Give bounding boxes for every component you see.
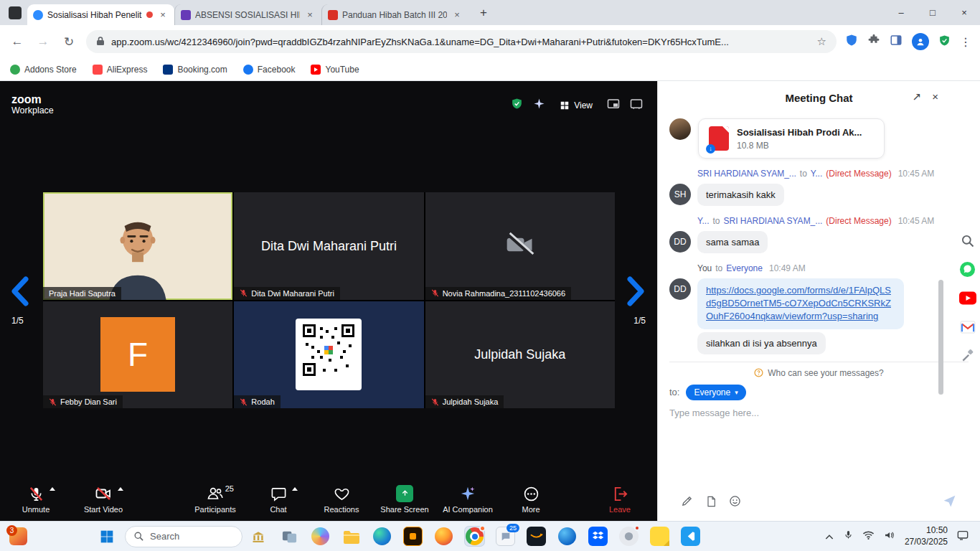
send-message-icon[interactable] xyxy=(942,494,957,511)
window-maximize-button[interactable]: □ xyxy=(917,0,948,25)
app-with-alert-icon[interactable] xyxy=(619,527,639,546)
tools-icon[interactable] xyxy=(958,347,976,364)
adblock-shield-icon[interactable] xyxy=(845,33,858,50)
tab-close-icon[interactable]: × xyxy=(157,9,169,21)
attach-file-icon[interactable] xyxy=(705,495,717,510)
share-screen-button[interactable]: Share Screen xyxy=(373,485,436,514)
file-attachment-card[interactable]: ↓ Sosialisasi Hibah Prodi Ak... 10.8 MB xyxy=(698,118,885,159)
fullscreen-window-icon[interactable] xyxy=(630,98,643,113)
profile-avatar[interactable] xyxy=(912,33,929,50)
video-tile-julpidah[interactable]: Julpidah Sujaka Julpidah Sujaka xyxy=(425,301,615,409)
file-message-row: ↓ Sosialisasi Hibah Prodi Ak... 10.8 MB xyxy=(669,118,969,159)
edge-icon[interactable] xyxy=(372,527,392,546)
recipient-selector[interactable]: Everyone ▾ xyxy=(686,385,745,400)
leave-button[interactable]: Leave xyxy=(597,485,643,514)
dropbox-icon[interactable] xyxy=(588,527,608,546)
format-text-icon[interactable] xyxy=(681,495,693,509)
firefox-icon[interactable] xyxy=(434,527,453,546)
bookmark-facebook[interactable]: Facebook xyxy=(243,65,296,75)
bookmark-star-icon[interactable]: ☆ xyxy=(817,35,826,48)
message-link[interactable]: https://docs.google.com/forms/d/e/1FAlpQ… xyxy=(697,278,904,329)
audio-options-caret[interactable] xyxy=(50,487,55,491)
reactions-button[interactable]: Reactions xyxy=(310,485,373,514)
reload-button[interactable]: ↻ xyxy=(60,34,77,50)
search-highlight-icon[interactable] xyxy=(248,527,268,547)
popout-chat-icon[interactable]: ↗ xyxy=(913,90,922,103)
video-tile-febby[interactable]: F Rodah Febby Dian Sari xyxy=(43,301,232,409)
side-panel-icon[interactable] xyxy=(890,34,903,50)
chrome-icon-active[interactable] xyxy=(465,527,484,546)
back-button[interactable]: ← xyxy=(9,34,26,49)
chat-button[interactable]: Chat xyxy=(247,485,310,514)
browser-tab-panduan[interactable]: Panduan Hibah Batch III 2025.p... × xyxy=(321,4,468,25)
chat-app-icon[interactable]: 25 xyxy=(496,527,515,546)
mic-tray-icon[interactable] xyxy=(844,529,853,543)
sticky-notes-icon[interactable] xyxy=(650,527,669,546)
ai-sparkle-icon[interactable] xyxy=(533,98,545,113)
illustrator-icon[interactable] xyxy=(403,527,423,546)
taskbar-search[interactable] xyxy=(125,526,242,547)
bookmark-aliexpress[interactable]: AliExpress xyxy=(93,65,148,75)
bookmark-booking[interactable]: Booking.com xyxy=(163,65,227,75)
whatsapp-icon[interactable] xyxy=(958,260,976,278)
youtube-icon[interactable] xyxy=(958,289,976,307)
notification-center-icon[interactable] xyxy=(957,530,969,543)
browser-tab-absensi[interactable]: ABSENSI SOSIALISASI HIBAH × xyxy=(174,4,321,25)
start-video-button[interactable]: Start Video xyxy=(67,485,139,514)
previous-page-arrow[interactable] xyxy=(9,276,30,306)
video-tile-dita[interactable]: Dita Dwi Maharani Putri Dita Dwi Maharan… xyxy=(234,192,423,300)
video-tile-rodah[interactable]: Rodah xyxy=(234,301,423,409)
antivirus-shield-icon[interactable] xyxy=(938,34,951,50)
search-icon[interactable] xyxy=(958,232,976,250)
code-app-icon[interactable] xyxy=(681,527,700,546)
tab-close-icon[interactable]: × xyxy=(451,9,463,21)
picture-in-picture-icon[interactable] xyxy=(607,98,620,113)
tab-title: Sosialisasi Hibah Penelitian xyxy=(47,10,142,20)
video-tile-praja[interactable]: Praja Hadi Saputra xyxy=(43,192,232,300)
bookmark-addons-store[interactable]: Addons Store xyxy=(10,65,77,75)
new-tab-button[interactable]: + xyxy=(474,4,493,22)
browser-icon[interactable] xyxy=(557,527,577,546)
window-minimize-button[interactable]: – xyxy=(885,0,917,25)
window-close-button[interactable]: × xyxy=(948,0,980,25)
copilot-icon[interactable] xyxy=(311,527,330,546)
chat-options-caret[interactable] xyxy=(292,487,298,491)
start-button[interactable] xyxy=(96,526,118,547)
tab-recording-indicator xyxy=(146,11,153,18)
bookmark-youtube[interactable]: YouTube xyxy=(311,65,359,75)
volume-icon[interactable] xyxy=(884,530,895,543)
browser-tab-zoom[interactable]: Sosialisasi Hibah Penelitian × xyxy=(27,4,174,25)
chat-scrollbar[interactable] xyxy=(938,280,943,395)
widgets-button[interactable]: 3 xyxy=(6,524,30,549)
chat-message-input[interactable] xyxy=(669,403,969,423)
chevron-down-icon: ▾ xyxy=(735,389,738,396)
tab-search-icon[interactable] xyxy=(9,6,22,19)
amazon-icon[interactable] xyxy=(527,527,546,546)
participants-button[interactable]: 25 Participants xyxy=(184,485,247,514)
unmute-button[interactable]: Unmute xyxy=(4,485,67,514)
emoji-icon[interactable] xyxy=(729,495,741,509)
task-view-icon[interactable] xyxy=(280,527,299,546)
file-explorer-icon[interactable] xyxy=(341,527,361,546)
gmail-icon[interactable] xyxy=(958,318,976,336)
search-input[interactable] xyxy=(150,531,215,542)
message-row: SH terimakasih kakk xyxy=(669,184,969,206)
wifi-icon[interactable] xyxy=(862,530,875,543)
extensions-puzzle-icon[interactable] xyxy=(867,34,880,50)
more-button[interactable]: More xyxy=(499,485,562,514)
taskbar-clock[interactable]: 10:50 27/03/2025 xyxy=(905,525,948,547)
close-chat-icon[interactable]: × xyxy=(932,90,938,103)
address-bar[interactable]: app.zoom.us/wc/4212346960/join?pwd=qradd… xyxy=(86,30,837,53)
view-button[interactable]: View xyxy=(555,98,597,113)
hidden-icons-chevron[interactable] xyxy=(824,530,834,543)
next-page-arrow[interactable] xyxy=(627,276,649,306)
youtube-icon xyxy=(311,65,321,75)
forward-button[interactable]: → xyxy=(34,34,52,49)
video-tile-novia[interactable]: Novia Rahmadina_2311102436066 xyxy=(425,192,615,300)
ai-companion-button[interactable]: AI Companion xyxy=(436,485,499,514)
privacy-notice[interactable]: Who can see your messages? xyxy=(669,362,969,383)
tab-close-icon[interactable]: × xyxy=(304,9,316,21)
browser-menu-icon[interactable]: ⋮ xyxy=(960,35,971,49)
video-options-caret[interactable] xyxy=(118,487,123,491)
security-shield-icon[interactable] xyxy=(511,97,523,113)
